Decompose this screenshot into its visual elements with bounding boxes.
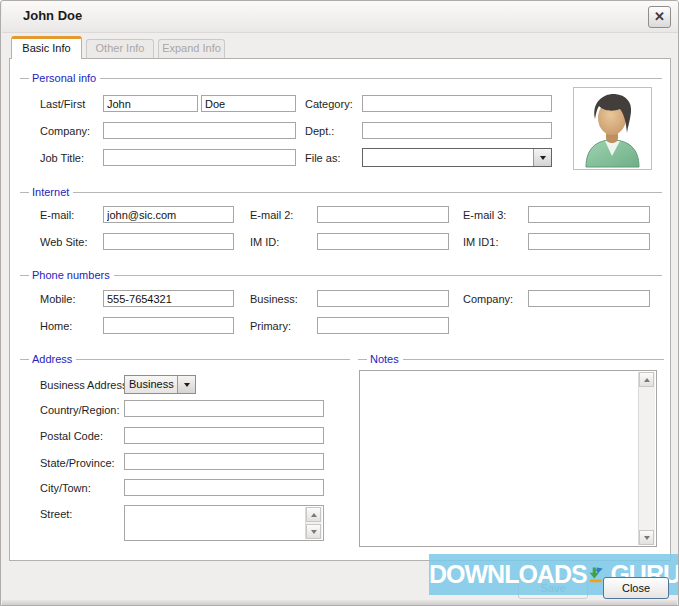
- watermark-brand-left: DOWNLOADS: [429, 560, 587, 589]
- tab-basic-info[interactable]: Basic Info: [11, 36, 82, 59]
- section-title-notes: Notes: [358, 353, 664, 365]
- scroll-down-button[interactable]: [306, 524, 321, 539]
- website-input[interactable]: [103, 233, 234, 250]
- company-phone-label: Company:: [463, 293, 513, 305]
- job-title-input[interactable]: [103, 149, 296, 166]
- state-province-input[interactable]: [124, 453, 324, 470]
- im-id1-label: IM ID1:: [463, 236, 498, 248]
- company-input[interactable]: [103, 122, 296, 139]
- file-as-value: [363, 149, 533, 166]
- contact-dialog-window: John Doe ✕ Basic Info Other Info Expand …: [0, 0, 679, 606]
- email2-input[interactable]: [317, 206, 449, 223]
- close-icon: ✕: [654, 9, 665, 24]
- mobile-input[interactable]: [103, 290, 234, 307]
- scroll-down-icon: [644, 536, 650, 543]
- tab-expand-info[interactable]: Expand Info: [158, 39, 225, 59]
- company-label: Company:: [40, 125, 90, 137]
- tab-other-info[interactable]: Other Info: [86, 39, 154, 59]
- section-title-internet: Internet: [20, 186, 662, 198]
- street-textarea[interactable]: [125, 506, 305, 540]
- business-phone-input[interactable]: [317, 290, 449, 307]
- window-title: John Doe: [23, 8, 82, 23]
- close-button[interactable]: Close: [603, 577, 669, 599]
- person-icon: [574, 88, 651, 169]
- first-name-input[interactable]: [201, 95, 296, 112]
- street-textarea-box: [124, 505, 324, 541]
- im-id1-input[interactable]: [528, 233, 650, 250]
- notes-scrollbar[interactable]: [638, 372, 655, 545]
- section-title-personal-info: Personal info: [20, 72, 662, 84]
- category-label: Category:: [305, 98, 353, 110]
- tab-content-panel: Personal info Last/First Category: Compa…: [9, 58, 671, 561]
- home-phone-input[interactable]: [103, 317, 234, 334]
- postal-code-input[interactable]: [124, 427, 324, 444]
- last-first-label: Last/First: [40, 98, 85, 110]
- notes-textarea-box: [359, 370, 657, 547]
- email-label: E-mail:: [40, 209, 74, 221]
- address-type-dropdown-button[interactable]: [177, 376, 195, 393]
- section-title-phone-numbers: Phone numbers: [20, 269, 662, 281]
- file-as-label: File as:: [305, 152, 340, 164]
- file-as-combobox[interactable]: [362, 148, 552, 167]
- titlebar: John Doe: [2, 1, 679, 33]
- email3-input[interactable]: [528, 206, 650, 223]
- city-town-label: City/Town:: [40, 482, 91, 494]
- scroll-up-button[interactable]: [306, 507, 321, 522]
- country-label: Country/Region:: [40, 404, 120, 416]
- email-input[interactable]: [103, 206, 234, 223]
- download-icon: [588, 560, 604, 589]
- im-id-label: IM ID:: [250, 236, 279, 248]
- category-input[interactable]: [362, 95, 552, 112]
- scroll-down-button[interactable]: [639, 530, 654, 545]
- city-town-input[interactable]: [124, 479, 324, 496]
- primary-phone-input[interactable]: [317, 317, 449, 334]
- section-title-address: Address: [20, 353, 350, 365]
- website-label: Web Site:: [40, 236, 88, 248]
- chevron-down-icon: [184, 383, 190, 390]
- mobile-label: Mobile:: [40, 293, 75, 305]
- state-province-label: State/Province:: [40, 457, 115, 469]
- street-label: Street:: [40, 508, 72, 520]
- business-phone-label: Business:: [250, 293, 298, 305]
- notes-textarea[interactable]: [360, 371, 638, 546]
- window-bottom-edge: [2, 600, 677, 605]
- home-phone-label: Home:: [40, 320, 72, 332]
- scroll-down-icon: [311, 530, 317, 537]
- window-close-button[interactable]: ✕: [648, 6, 671, 28]
- im-id-input[interactable]: [317, 233, 449, 250]
- last-name-input[interactable]: [103, 95, 198, 112]
- country-input[interactable]: [124, 400, 324, 417]
- primary-phone-label: Primary:: [250, 320, 291, 332]
- file-as-dropdown-button[interactable]: [533, 149, 551, 166]
- dept-input[interactable]: [362, 122, 552, 139]
- address-type-value: Business: [125, 376, 177, 393]
- dept-label: Dept.:: [305, 125, 334, 137]
- email2-label: E-mail 2:: [250, 209, 293, 221]
- job-title-label: Job Title:: [40, 152, 84, 164]
- scroll-up-icon: [311, 510, 317, 517]
- company-phone-input[interactable]: [528, 290, 650, 307]
- scroll-up-button[interactable]: [639, 372, 654, 387]
- email3-label: E-mail 3:: [463, 209, 506, 221]
- scroll-up-icon: [644, 375, 650, 382]
- street-scrollbar[interactable]: [305, 507, 322, 539]
- postal-code-label: Postal Code:: [40, 430, 103, 442]
- chevron-down-icon: [540, 156, 546, 163]
- address-type-select[interactable]: Business: [124, 375, 196, 394]
- contact-photo: [573, 87, 652, 170]
- address-type-label: Business Address: [40, 379, 127, 391]
